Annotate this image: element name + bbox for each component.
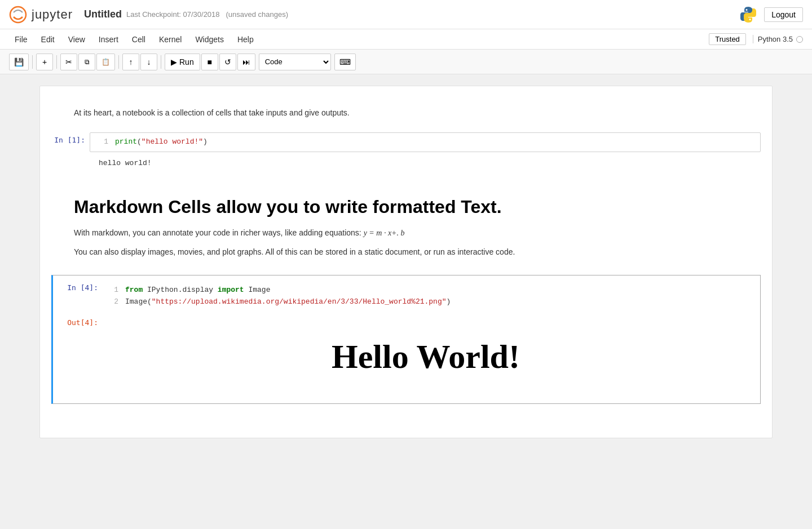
code-line-1: 1print("hello world!")	[95, 136, 756, 148]
menu-insert[interactable]: Insert	[93, 33, 124, 46]
topbar-right: Logout	[739, 6, 803, 24]
cut-button[interactable]: ✂	[60, 54, 77, 70]
move-up-button[interactable]: ↑	[122, 54, 139, 70]
separator-4	[161, 55, 161, 69]
print-keyword: print	[115, 137, 137, 146]
code-cell-4-wrapper: In [4]: 1from IPython.display import Ima…	[53, 278, 760, 315]
topbar: jupyter Untitled Last Checkpoint: 07/30/…	[0, 0, 812, 29]
trusted-button[interactable]: Trusted	[709, 33, 746, 45]
separator-2	[56, 55, 57, 69]
text-cell-1: At its heart, a notebook is a collection…	[40, 97, 772, 128]
logo-area: jupyter	[9, 6, 73, 24]
save-button[interactable]: 💾	[9, 54, 29, 70]
line-num-4-1: 1	[105, 284, 118, 296]
notebook-title[interactable]: Untitled	[84, 8, 122, 20]
kernel-info: Python 3.5	[753, 35, 803, 43]
app-name: jupyter	[32, 7, 73, 22]
line-num-4-2: 2	[105, 296, 118, 308]
python-logo-icon	[739, 6, 757, 24]
restart-run-all-button[interactable]: ⏭	[237, 54, 255, 70]
menu-view[interactable]: View	[63, 33, 91, 46]
notebook-container: At its heart, a notebook is a collection…	[39, 86, 773, 438]
code-line-4-2: 2Image("https://upload.wikimedia.org/wik…	[105, 296, 747, 308]
stop-icon: ■	[207, 57, 211, 66]
jupyter-logo-icon	[9, 6, 27, 24]
cell-1-in-label: In [1]:	[51, 132, 85, 144]
code-cell-1-wrapper: In [1]: 1print("hello world!")	[40, 130, 772, 154]
cut-icon: ✂	[65, 57, 72, 66]
markdown-p2: You can also display images, movies, and…	[74, 246, 761, 258]
cell-4-in-label: In [4]:	[64, 280, 98, 292]
cell-1-content: At its heart, a notebook is a collection…	[74, 106, 761, 119]
separator-1	[32, 55, 33, 69]
bottom-spacer	[40, 404, 772, 426]
code-cell-1-output: hello world!	[94, 157, 156, 170]
paste-icon: 📋	[102, 58, 110, 66]
code-cell-4-output-area: Hello World!	[103, 315, 749, 399]
toolbar: 💾 + ✂ ⧉ 📋 ↑ ↓ ▶ Run ■ ↺ ⏭ Code Markdown …	[0, 50, 812, 74]
run-button[interactable]: ▶ Run	[165, 54, 200, 70]
move-down-button[interactable]: ↓	[140, 54, 157, 70]
restart-button[interactable]: ↺	[219, 54, 236, 70]
markdown-heading: Markdown Cells allow you to write format…	[74, 197, 761, 217]
run-play-icon: ▶	[171, 57, 177, 66]
add-icon: +	[42, 57, 47, 66]
cell-type-dropdown[interactable]: Code Markdown Raw NBConvert Heading	[259, 54, 331, 70]
spacer-1	[40, 174, 772, 185]
logout-button[interactable]: Logout	[764, 7, 803, 22]
svg-point-0	[10, 7, 26, 23]
menubar: File Edit View Insert Cell Kernel Widget…	[0, 29, 812, 50]
menu-edit[interactable]: Edit	[36, 33, 60, 46]
markdown-p1: With markdown, you can annotate your cod…	[74, 226, 761, 239]
hello-world-output: Hello World!	[103, 315, 749, 399]
markdown-cell: Markdown Cells allow you to write format…	[40, 185, 772, 275]
move-down-icon: ↓	[147, 57, 151, 66]
add-cell-button[interactable]: +	[36, 54, 53, 70]
code-cell-1[interactable]: In [1]: 1print("hello world!") In [1]: h…	[40, 128, 772, 174]
code-cell-4-input[interactable]: 1from IPython.display import Image 2Imag…	[103, 280, 749, 313]
paste-button[interactable]: 📋	[96, 54, 115, 70]
keyboard-shortcuts-button[interactable]: ⌨	[334, 54, 356, 70]
code-cell-1-input[interactable]: 1print("hello world!")	[90, 132, 761, 152]
move-up-icon: ↑	[129, 57, 133, 66]
keyboard-icon: ⌨	[339, 57, 351, 66]
stop-button[interactable]: ■	[201, 54, 218, 70]
svg-point-2	[749, 19, 751, 20]
save-icon: 💾	[14, 57, 24, 66]
code-cell-1-output-wrapper: In [1]: hello world!	[40, 154, 772, 172]
restart-all-icon: ⏭	[242, 57, 250, 66]
menu-kernel[interactable]: Kernel	[153, 33, 187, 46]
svg-point-1	[746, 9, 748, 11]
cell-4-out-label: Out[4]:	[64, 315, 98, 327]
code-cell-4[interactable]: In [4]: 1from IPython.display import Ima…	[51, 275, 761, 404]
menu-widgets[interactable]: Widgets	[189, 33, 230, 46]
menu-help[interactable]: Help	[232, 33, 259, 46]
copy-button[interactable]: ⧉	[78, 54, 95, 70]
separator-3	[118, 55, 119, 69]
kernel-status-circle	[796, 36, 803, 43]
menu-file[interactable]: File	[9, 33, 33, 46]
line-num-1: 1	[95, 136, 108, 148]
checkpoint-info: Last Checkpoint: 07/30/2018 (unsaved cha…	[126, 10, 288, 19]
copy-icon: ⧉	[85, 58, 90, 66]
code-cell-4-output-wrapper: Out[4]: Hello World!	[53, 315, 760, 401]
code-line-4-1: 1from IPython.display import Image	[105, 284, 747, 296]
menu-cell[interactable]: Cell	[126, 33, 151, 46]
restart-icon: ↺	[224, 57, 231, 66]
